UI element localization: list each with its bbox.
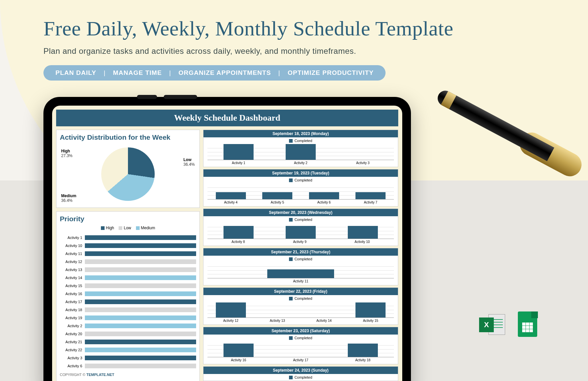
priority-row: Activity 1 xyxy=(60,234,196,242)
priority-label: Activity 10 xyxy=(60,244,85,248)
day-legend: Completed xyxy=(203,137,398,144)
day-block: September 18, 2023 (Monday)CompletedActi… xyxy=(203,130,398,167)
day-labels: Activity 8Activity 9Activity 10 xyxy=(203,239,398,246)
priority-label: Activity 12 xyxy=(60,260,85,264)
pie-chart xyxy=(101,147,155,201)
priority-row: Activity 21 xyxy=(60,338,196,346)
page-subtitle: Plan and organize tasks and activities a… xyxy=(43,46,545,56)
day-legend: Completed xyxy=(203,295,398,302)
priority-label: Activity 20 xyxy=(60,332,85,336)
day-header: September 24, 2023 (Sunday) xyxy=(203,367,398,374)
day-block: September 23, 2023 (Saturday)CompletedAc… xyxy=(203,327,398,364)
priority-row: Activity 11 xyxy=(60,250,196,258)
google-sheets-icon xyxy=(515,311,541,338)
day-labels: Activity 12Activity 13Activity 14Activit… xyxy=(203,318,398,325)
day-block: September 21, 2023 (Thursday)CompletedAc… xyxy=(203,248,398,285)
format-icons: X xyxy=(479,311,541,338)
day-block: September 19, 2023 (Tuesday)CompletedAct… xyxy=(203,169,398,207)
priority-bar xyxy=(85,348,196,352)
pill-separator: | xyxy=(278,69,280,77)
day-legend: Completed xyxy=(203,256,398,262)
priority-panel: Priority High Low Medium Activity 1Activ… xyxy=(56,211,200,381)
pill-item: OPTIMIZE PRODUCTIVITY xyxy=(288,69,374,77)
dashboard-title: Weekly Schedule Dashboard xyxy=(56,110,398,126)
day-chart xyxy=(207,183,394,200)
day-labels: Activity 16Activity 17Activity 18 xyxy=(203,357,398,364)
priority-label: Activity 6 xyxy=(60,364,85,368)
day-chart xyxy=(207,262,394,278)
pill-item: PLAN DAILY xyxy=(55,69,96,77)
pill-item: MANAGE TIME xyxy=(113,69,162,77)
legend-medium: Medium xyxy=(136,226,155,230)
priority-row: Activity 18 xyxy=(60,306,196,314)
day-header: September 21, 2023 (Thursday) xyxy=(203,248,398,256)
priority-label: Activity 15 xyxy=(60,284,85,288)
legend-high: High xyxy=(101,226,114,230)
priority-label: Activity 19 xyxy=(60,316,85,320)
priority-bar xyxy=(85,235,196,240)
tablet-screen: Weekly Schedule Dashboard Activity Distr… xyxy=(52,106,402,381)
tablet-mockup: Weekly Schedule Dashboard Activity Distr… xyxy=(43,97,411,381)
priority-bar xyxy=(85,291,196,296)
day-chart xyxy=(207,302,394,318)
priority-row: Activity 3 xyxy=(60,354,196,362)
priority-label: Activity 17 xyxy=(60,300,85,304)
priority-row: Activity 20 xyxy=(60,330,196,338)
priority-bar xyxy=(85,259,196,264)
priority-row: Activity 10 xyxy=(60,242,196,250)
priority-label: Activity 16 xyxy=(60,292,85,296)
legend-low: Low xyxy=(119,226,131,230)
day-chart xyxy=(207,144,394,160)
day-block: September 22, 2023 (Friday)CompletedActi… xyxy=(203,287,398,325)
priority-bar xyxy=(85,315,196,320)
priority-row: Activity 6 xyxy=(60,362,196,370)
day-header: September 19, 2023 (Tuesday) xyxy=(203,169,398,177)
day-legend: Completed xyxy=(203,335,398,341)
dashboard-grid: Activity Distribution for the Week High2… xyxy=(56,130,398,381)
priority-bar xyxy=(85,267,196,272)
day-header: September 22, 2023 (Friday) xyxy=(203,288,398,295)
panel-title: Priority xyxy=(60,215,196,223)
excel-icon: X xyxy=(479,311,505,338)
day-legend: Completed xyxy=(203,177,398,183)
priority-row: Activity 22 xyxy=(60,346,196,354)
priority-row: Activity 15 xyxy=(60,282,196,290)
pie-label-medium: Medium36.4% xyxy=(61,194,76,203)
panel-title: Activity Distribution for the Week xyxy=(60,133,196,141)
priority-label: Activity 14 xyxy=(60,276,85,280)
day-chart xyxy=(207,223,394,239)
day-header: September 23, 2023 (Saturday) xyxy=(203,327,398,335)
copyright: COPYRIGHT © TEMPLATE.NET xyxy=(60,373,196,377)
priority-row: Activity 14 xyxy=(60,274,196,282)
activity-distribution-panel: Activity Distribution for the Week High2… xyxy=(56,130,200,208)
priority-row: Activity 19 xyxy=(60,314,196,322)
priority-rows: Activity 1Activity 10Activity 11Activity… xyxy=(60,234,196,370)
day-legend: Completed xyxy=(203,216,398,223)
priority-label: Activity 18 xyxy=(60,308,85,312)
pill-separator: | xyxy=(104,69,106,77)
priority-bar xyxy=(85,332,196,336)
left-column: Activity Distribution for the Week High2… xyxy=(56,130,200,381)
priority-row: Activity 16 xyxy=(60,290,196,298)
priority-label: Activity 2 xyxy=(60,324,85,328)
priority-label: Activity 13 xyxy=(60,268,85,272)
priority-bar xyxy=(85,356,196,360)
priority-label: Activity 22 xyxy=(60,348,85,352)
day-chart xyxy=(207,341,394,357)
priority-bar xyxy=(85,243,196,248)
priority-bar xyxy=(85,283,196,288)
priority-row: Activity 12 xyxy=(60,258,196,266)
pill-item: ORGANIZE APPOINTMENTS xyxy=(178,69,271,77)
pill-separator: | xyxy=(169,69,171,77)
day-block: September 20, 2023 (Wednesday)CompletedA… xyxy=(203,209,398,246)
pie-label-high: High27.3% xyxy=(61,149,72,158)
priority-label: Activity 1 xyxy=(60,236,85,240)
priority-label: Activity 3 xyxy=(60,356,85,360)
priority-label: Activity 21 xyxy=(60,340,85,344)
header-content: Free Daily, Weekly, Monthly Schedule Tem… xyxy=(0,0,588,81)
days-column: September 18, 2023 (Monday)CompletedActi… xyxy=(203,130,398,381)
day-block: September 24, 2023 (Sunday)Completed xyxy=(203,366,398,381)
priority-label: Activity 11 xyxy=(60,252,85,256)
feature-pill: PLAN DAILY | MANAGE TIME | ORGANIZE APPO… xyxy=(43,65,386,81)
day-labels: Activity 1Activity 2Activity 3 xyxy=(203,160,398,167)
